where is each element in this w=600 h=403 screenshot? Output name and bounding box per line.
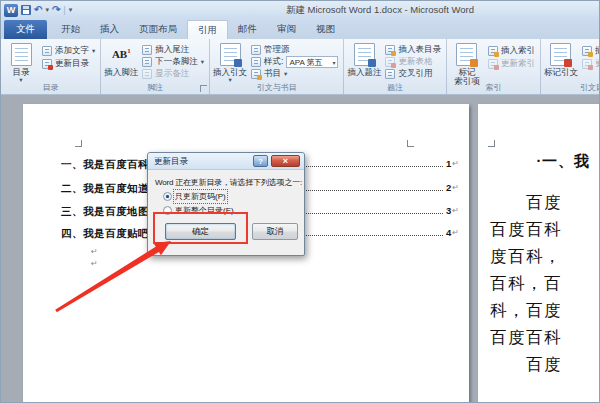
page2-heading[interactable]: ·一、我 (536, 152, 590, 171)
redo-icon[interactable]: ↷ (52, 5, 60, 15)
citation-style-combo[interactable]: APA 第五 ▾ (286, 56, 338, 68)
insert-endnote-icon (142, 45, 152, 55)
captions-small-buttons: 插入表目录 更新表格 交叉引用 (383, 41, 443, 80)
toc-icon (11, 43, 32, 66)
insert-footnote-button[interactable]: AB1 插入脚注 (104, 41, 138, 80)
paragraph-mark-icon: ↵ (452, 158, 459, 170)
insert-footnote-label: 插入脚注 (104, 68, 138, 77)
group-label-toc: 目录 (1, 82, 100, 93)
add-text-label: 添加文字 (55, 45, 89, 57)
body-line[interactable]: 百科，百 (490, 273, 562, 295)
undo-dropdown-icon[interactable]: ▾ (45, 6, 49, 14)
insert-table-of-figures-button[interactable]: 插入表目录 (383, 44, 443, 56)
show-notes-button: 显示备注 (140, 68, 206, 80)
tab-review[interactable]: 审阅 (267, 20, 306, 39)
dialog-message: Word 正在更新目录，请选择下列选项之一: (155, 177, 302, 188)
toc-button[interactable]: 目录 ▾ (4, 41, 38, 80)
margin-mark-icon (407, 140, 414, 147)
ribbon-tab-bar: 文件 开始 插入 页面布局 引用 邮件 审阅 视图 (1, 19, 599, 39)
citations-small-buttons: 管理源 样式: APA 第五 ▾ 书目 ▾ (249, 41, 340, 80)
mark-entry-button[interactable]: 标记 索引项 (450, 41, 484, 80)
body-line[interactable]: 百度百科 (490, 219, 562, 241)
mark-entry-icon (456, 43, 477, 66)
dialog-help-button[interactable]: ? (253, 155, 268, 167)
insert-index-button[interactable]: 插入索引 (486, 44, 537, 57)
qat-separator: | (63, 5, 65, 15)
citation-style-label: 样式: (264, 56, 283, 68)
page-2[interactable]: ·一、我 百度 百度百科 度百科， 百科，百 科，百度 百度百科 百度 (478, 104, 599, 402)
save-icon[interactable] (21, 5, 31, 15)
update-table-label: 更新表格 (398, 56, 432, 68)
bibliography-button[interactable]: 书目 ▾ (249, 68, 340, 80)
tab-page-layout[interactable]: 页面布局 (129, 20, 187, 39)
option-update-page-numbers[interactable]: 只更新页码(P) (163, 191, 226, 202)
cross-reference-label: 交叉引用 (398, 68, 432, 80)
insert-table-of-authorities-button[interactable]: 插入引文目录 (580, 44, 600, 57)
document-area: 一、我是百度百科 1 ↵ 二、我是百度知道 2 ↵ 三、我是百度地图 3 ↵ 四… (1, 95, 599, 402)
insert-caption-button[interactable]: 插入题注 (347, 41, 381, 80)
update-toc-icon (42, 59, 52, 69)
bibliography-label: 书目 (264, 68, 281, 80)
quick-access-toolbar: W ↶ ▾ ↷ | ▾ (4, 4, 72, 17)
cancel-button[interactable]: 取消 (252, 223, 298, 240)
paragraph-mark-icon: ↵ (452, 227, 459, 239)
insert-index-icon (488, 46, 498, 56)
update-index-icon (488, 59, 498, 69)
toc-page-number[interactable]: 2 (446, 182, 451, 194)
toc-entry-text[interactable]: 四、我是百度贴吧 (61, 227, 149, 239)
paragraph-mark-icon: ↵ (452, 205, 459, 217)
insert-footnote-icon: AB1 (112, 43, 131, 66)
update-authorities-table-button: 更新表格 (580, 57, 600, 70)
radio-selected-icon[interactable] (163, 192, 172, 201)
tab-references[interactable]: 引用 (187, 20, 228, 39)
tab-insert[interactable]: 插入 (90, 20, 129, 39)
highlight-rectangle (153, 212, 248, 244)
manage-sources-label: 管理源 (264, 44, 290, 56)
update-toc-button[interactable]: 更新目录 (40, 57, 97, 70)
cross-reference-icon (385, 69, 395, 79)
body-line[interactable]: 百度 (526, 354, 562, 376)
mark-citation-button[interactable]: 标记引文 (544, 41, 578, 80)
next-footnote-label: 下一条脚注 (155, 56, 198, 68)
customize-qat-icon[interactable]: ▾ (69, 6, 73, 14)
group-label-captions: 题注 (344, 82, 446, 93)
toc-page-number[interactable]: 3 (446, 205, 451, 217)
word-logo-icon[interactable]: W (4, 4, 18, 17)
body-line[interactable]: 科，百度 (490, 300, 562, 322)
body-line[interactable]: 百度 (526, 192, 562, 214)
body-line[interactable]: 百度百科 (490, 327, 562, 349)
toc-entry-text[interactable]: 三、我是百度地图 (61, 205, 149, 217)
toc-entry-text[interactable]: 一、我是百度百科 (61, 158, 149, 170)
margin-mark-icon (75, 140, 82, 147)
undo-icon[interactable]: ↶ (34, 5, 42, 15)
group-table-of-authorities: 标记引文 插入引文目录 更新表格 引文目录 (541, 39, 600, 94)
insert-caption-label: 插入题注 (347, 68, 381, 77)
group-captions: 插入题注 插入表目录 更新表格 交叉引用 题注 (344, 39, 447, 94)
tab-file[interactable]: 文件 (4, 20, 47, 39)
dialog-close-button[interactable]: × (271, 155, 300, 167)
insert-endnote-button[interactable]: 插入尾注 (140, 44, 206, 56)
toc-page-number[interactable]: 4 (446, 227, 451, 239)
show-notes-label: 显示备注 (155, 68, 189, 80)
tab-mailings[interactable]: 邮件 (228, 20, 267, 39)
toa-small-buttons: 插入引文目录 更新表格 (580, 41, 600, 80)
manage-sources-button[interactable]: 管理源 (249, 44, 340, 56)
toc-entry-text[interactable]: 二、我是百度知道 (61, 182, 149, 194)
tab-home[interactable]: 开始 (51, 20, 90, 39)
dialog-title-bar[interactable]: 更新目录 ? × (148, 153, 304, 170)
next-footnote-button[interactable]: 下一条脚注 ▾ (140, 56, 206, 68)
footnotes-dialog-launcher-icon[interactable] (200, 85, 207, 92)
index-small-buttons: 插入索引 更新索引 (486, 41, 537, 80)
insert-citation-button[interactable]: 插入引文 ▾ (213, 41, 247, 80)
toc-page-number[interactable]: 1 (446, 158, 451, 170)
group-label-toa: 引文目录 (541, 82, 600, 93)
cross-reference-button[interactable]: 交叉引用 (383, 68, 443, 80)
window-title: 新建 Microsoft Word 1.docx - Microsoft Wor… (171, 4, 589, 17)
tab-view[interactable]: 视图 (306, 20, 345, 39)
insert-index-label: 插入索引 (501, 45, 535, 57)
body-line[interactable]: 度百科， (490, 246, 562, 268)
insert-table-of-figures-icon (385, 45, 395, 55)
update-index-button: 更新索引 (486, 57, 537, 70)
add-text-button[interactable]: 添加文字 ▾ (40, 44, 97, 57)
add-text-icon (42, 46, 52, 56)
